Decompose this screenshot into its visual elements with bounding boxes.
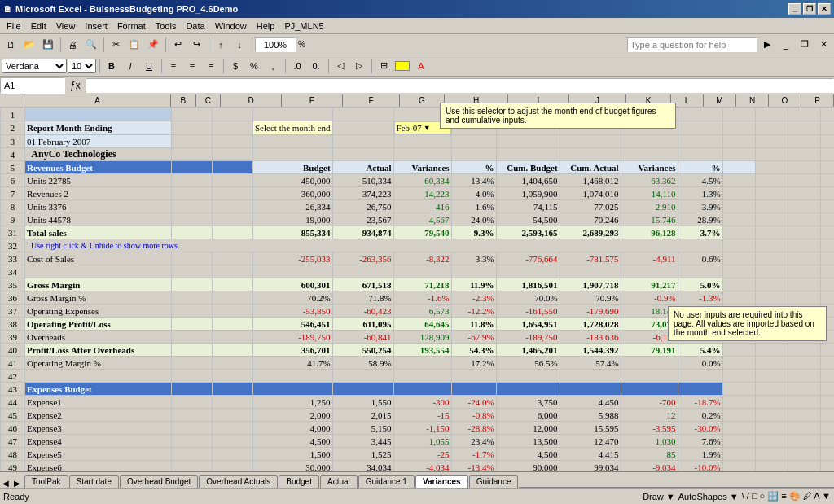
cell-N32[interactable] xyxy=(788,239,820,252)
sheet-tab-overheadactuals[interactable]: Overhead Actuals xyxy=(199,475,278,488)
cell-L4[interactable] xyxy=(722,148,755,161)
cell-H6[interactable]: 1,404,650 xyxy=(496,174,560,187)
cell-E3[interactable] xyxy=(332,135,393,148)
cell-D37[interactable]: -53,850 xyxy=(253,305,333,318)
cell-J35[interactable]: 91,217 xyxy=(621,278,678,291)
cell-B5[interactable] xyxy=(172,161,213,174)
cell-D36[interactable]: 70.2% xyxy=(253,291,333,305)
cell-C43[interactable] xyxy=(213,383,253,396)
cell-H31[interactable]: 2,593,165 xyxy=(496,226,560,239)
col-header-F[interactable]: F xyxy=(343,94,400,107)
italic-button[interactable]: I xyxy=(121,57,139,75)
percent-button[interactable]: % xyxy=(245,57,263,75)
cell-N3[interactable] xyxy=(788,135,820,148)
cell-A36[interactable]: Gross Margin % xyxy=(25,291,172,305)
cell-G7[interactable]: 4.0% xyxy=(451,187,496,200)
cell-I38[interactable]: 1,728,028 xyxy=(560,318,621,331)
formula-input[interactable] xyxy=(86,78,834,93)
cell-J8[interactable]: 2,910 xyxy=(621,200,678,213)
cell-A8[interactable]: Units 3376 xyxy=(25,200,172,213)
cell-B40[interactable] xyxy=(172,344,213,357)
cell-C33[interactable] xyxy=(213,252,253,265)
cell-K35[interactable]: 5.0% xyxy=(678,278,722,291)
cell-A40[interactable]: Profit/Loss After Overheads xyxy=(25,344,172,357)
cell-K7[interactable]: 1.3% xyxy=(678,187,722,200)
cell-F31[interactable]: 79,540 xyxy=(393,226,451,239)
cell-O3[interactable] xyxy=(820,135,834,148)
cell-L9[interactable] xyxy=(722,213,755,226)
cell-G9[interactable]: 24.0% xyxy=(451,213,496,226)
grid-scroll[interactable]: 1 xyxy=(0,107,834,471)
cell-D39[interactable]: -189,750 xyxy=(253,331,333,344)
col-header-G[interactable]: G xyxy=(400,94,445,107)
cell-F34[interactable] xyxy=(393,265,451,278)
currency-button[interactable]: $ xyxy=(226,57,244,75)
cell-F38[interactable]: 64,645 xyxy=(393,318,451,331)
cell-F43[interactable] xyxy=(393,383,451,396)
cell-A33[interactable]: Cost of Sales xyxy=(25,252,172,265)
cell-I31[interactable]: 2,689,293 xyxy=(560,226,621,239)
cell-A41[interactable]: Operating Margin % xyxy=(25,357,172,370)
cell-J4[interactable] xyxy=(621,148,678,161)
cell-C36[interactable] xyxy=(213,291,253,305)
cell-B3[interactable] xyxy=(172,135,213,148)
cell-F36[interactable]: -1.6% xyxy=(393,291,451,305)
cell-L34[interactable] xyxy=(722,265,755,278)
decrease-decimal-button[interactable]: 0. xyxy=(307,57,325,75)
cell-M8[interactable] xyxy=(755,200,788,213)
cell-E43[interactable] xyxy=(332,383,393,396)
cell-O5[interactable] xyxy=(820,161,834,174)
cell-D31[interactable]: 855,334 xyxy=(253,226,333,239)
cell-M32[interactable] xyxy=(755,239,788,252)
cell-M40[interactable] xyxy=(755,344,788,357)
cell-M33[interactable] xyxy=(755,252,788,265)
cell-H37[interactable]: -161,550 xyxy=(496,305,560,318)
cell-B35[interactable] xyxy=(172,278,213,291)
menu-help[interactable]: Help xyxy=(252,20,280,33)
cell-A4[interactable]: AnyCo Technologies xyxy=(25,148,172,161)
cell-O6[interactable] xyxy=(820,174,834,187)
cell-E42[interactable] xyxy=(332,370,393,383)
cell-G8[interactable]: 1.6% xyxy=(451,200,496,213)
cell-O31[interactable] xyxy=(820,226,834,239)
cell-A38[interactable]: Operating Profit/Loss xyxy=(25,318,172,331)
cell-N8[interactable] xyxy=(788,200,820,213)
cell-F7[interactable]: 14,223 xyxy=(393,187,451,200)
cell-C4[interactable] xyxy=(213,148,253,161)
help-go-button[interactable]: ▶ xyxy=(758,36,776,54)
new-button[interactable]: 🗋 xyxy=(2,36,20,54)
cell-B31[interactable] xyxy=(172,226,213,239)
cell-H40[interactable]: 1,465,201 xyxy=(496,344,560,357)
cell-F42[interactable] xyxy=(393,370,451,383)
cell-I35[interactable]: 1,907,718 xyxy=(560,278,621,291)
save-button[interactable]: 💾 xyxy=(39,36,57,54)
cell-F9[interactable]: 4,567 xyxy=(393,213,451,226)
cell-A1[interactable] xyxy=(25,108,172,121)
cell-J42[interactable] xyxy=(621,370,678,383)
increase-decimal-button[interactable]: .0 xyxy=(288,57,306,75)
cell-C1[interactable] xyxy=(213,108,253,121)
redo-button[interactable]: ↪ xyxy=(187,36,205,54)
menu-file[interactable]: File xyxy=(2,20,26,33)
cell-D38[interactable]: 546,451 xyxy=(253,318,333,331)
sheet-tab-variances[interactable]: Variances xyxy=(415,475,468,488)
cell-F41[interactable] xyxy=(393,357,451,370)
cell-L5[interactable] xyxy=(722,161,755,174)
menu-view[interactable]: View xyxy=(51,20,81,33)
cell-E6[interactable]: 510,334 xyxy=(332,174,393,187)
sheet-tab-guidance1[interactable]: Guidance 1 xyxy=(358,475,415,488)
cell-N31[interactable] xyxy=(788,226,820,239)
cell-C42[interactable] xyxy=(213,370,253,383)
cell-L43[interactable] xyxy=(722,383,755,396)
cell-D3[interactable] xyxy=(253,135,333,148)
cell-H8[interactable]: 74,115 xyxy=(496,200,560,213)
cell-H41[interactable]: 56.5% xyxy=(496,357,560,370)
cell-K31[interactable]: 3.7% xyxy=(678,226,722,239)
cell-I43[interactable] xyxy=(560,383,621,396)
font-color-button[interactable]: A xyxy=(412,57,430,75)
align-right-button[interactable]: ≡ xyxy=(202,57,220,75)
cell-E37[interactable]: -60,423 xyxy=(332,305,393,318)
cell-M2[interactable] xyxy=(755,121,788,135)
window-close-button2[interactable]: ✕ xyxy=(814,36,832,54)
cell-M5[interactable] xyxy=(755,161,788,174)
